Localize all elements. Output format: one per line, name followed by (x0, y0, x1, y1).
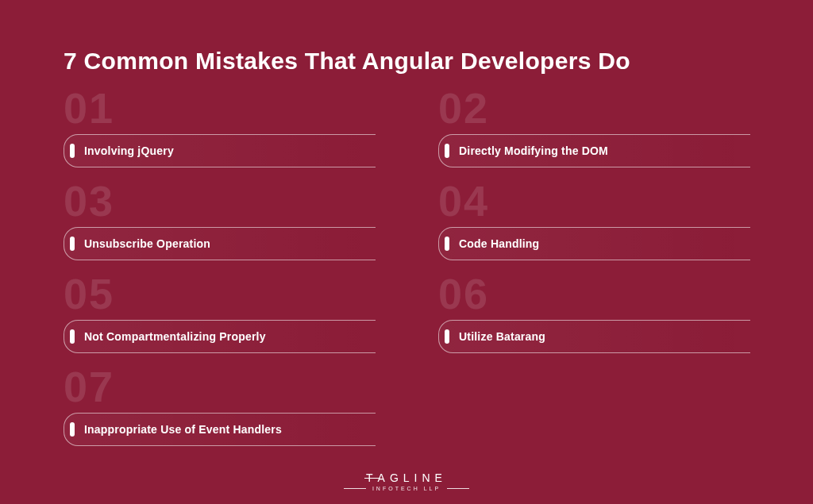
item-number: 04 (438, 179, 489, 222)
mistake-item-6: 06 Utilize Batarang (438, 304, 749, 353)
mistake-item-1: 01 Involving jQuery (64, 118, 375, 167)
item-marker (70, 237, 75, 251)
brand-rest: AGLINE (378, 471, 447, 484)
item-pill: Utilize Batarang (438, 320, 749, 353)
item-marker (70, 329, 75, 344)
footer-line-left (344, 488, 366, 489)
item-label: Utilize Batarang (459, 330, 545, 343)
item-number: 07 (64, 365, 114, 408)
item-marker (445, 329, 449, 344)
item-number: 02 (438, 87, 489, 129)
item-label: Code Handling (459, 237, 539, 250)
item-pill: Code Handling (438, 227, 749, 260)
item-label: Unsubscribe Operation (84, 237, 210, 250)
item-marker (70, 144, 75, 158)
mistake-item-3: 03 Unsubscribe Operation (64, 211, 375, 260)
item-number: 05 (64, 272, 114, 315)
item-label: Not Compartmentalizing Properly (84, 330, 266, 343)
mistake-item-5: 05 Not Compartmentalizing Properly (64, 304, 375, 353)
item-marker (445, 237, 449, 251)
item-pill: Inappropriate Use of Event Handlers (64, 413, 375, 446)
item-pill: Unsubscribe Operation (64, 227, 375, 260)
item-number: 01 (64, 87, 114, 129)
item-number: 03 (64, 179, 114, 222)
footer-subtitle-row: INFOTECH LLP (0, 486, 813, 491)
item-marker (70, 422, 75, 437)
mistake-item-7: 07 Inappropriate Use of Event Handlers (64, 397, 375, 446)
item-label: Inappropriate Use of Event Handlers (84, 423, 282, 436)
page-title: 7 Common Mistakes That Angular Developer… (64, 48, 749, 75)
footer-line-right (447, 488, 469, 489)
footer-subtitle: INFOTECH LLP (372, 486, 441, 491)
item-marker (445, 144, 449, 158)
brand-prefix: T (366, 471, 378, 484)
item-number: 06 (438, 272, 489, 315)
item-pill: Involving jQuery (64, 134, 375, 167)
footer: TAGLINE INFOTECH LLP (0, 471, 813, 491)
footer-brand: TAGLINE (0, 471, 813, 484)
mistakes-grid: 01 Involving jQuery 02 Directly Modifyin… (64, 118, 749, 446)
item-pill: Directly Modifying the DOM (438, 134, 749, 167)
mistake-item-2: 02 Directly Modifying the DOM (438, 118, 749, 167)
mistake-item-4: 04 Code Handling (438, 211, 749, 260)
item-pill: Not Compartmentalizing Properly (64, 320, 375, 353)
item-label: Involving jQuery (84, 144, 174, 157)
item-label: Directly Modifying the DOM (459, 144, 608, 157)
